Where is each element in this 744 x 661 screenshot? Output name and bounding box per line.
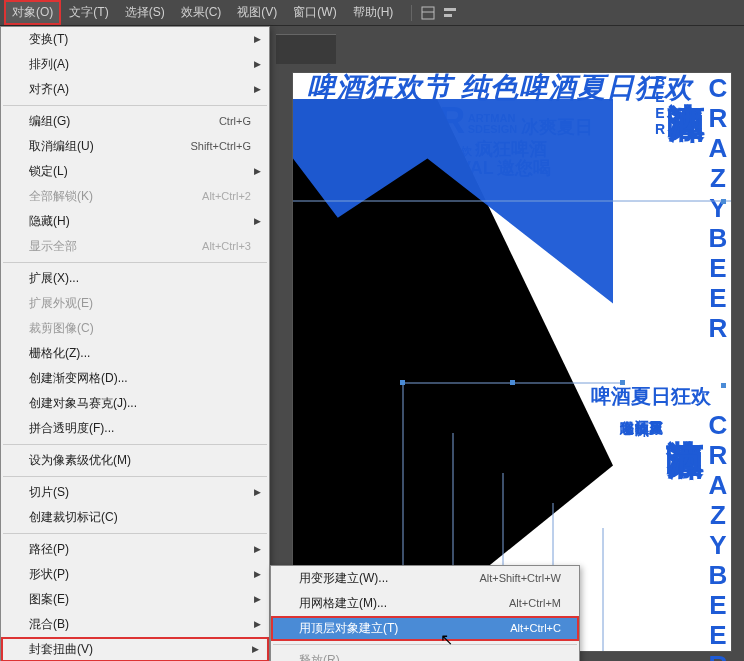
menu-item[interactable]: 路径(P) xyxy=(1,537,269,562)
svg-rect-2 xyxy=(444,8,456,11)
preferences-icon[interactable] xyxy=(442,5,458,21)
cursor-icon: ↖ xyxy=(440,630,453,649)
menu-item: 显示全部Alt+Ctrl+3 xyxy=(1,234,269,259)
menubar-type[interactable]: 文字(T) xyxy=(61,0,116,25)
submenu-item[interactable]: 用网格建立(M)...Alt+Ctrl+M xyxy=(271,591,579,616)
menu-item[interactable]: 编组(G)Ctrl+G xyxy=(1,109,269,134)
menubar: 对象(O) 文字(T) 选择(S) 效果(C) 视图(V) 窗口(W) 帮助(H… xyxy=(0,0,744,26)
doc-setup-icon[interactable] xyxy=(420,5,436,21)
menu-item[interactable]: 设为像素级优化(M) xyxy=(1,448,269,473)
menubar-effect[interactable]: 效果(C) xyxy=(173,0,230,25)
menubar-window[interactable]: 窗口(W) xyxy=(285,0,344,25)
menu-item[interactable]: 变换(T) xyxy=(1,27,269,52)
submenu-item[interactable]: 用顶层对象建立(T)Alt+Ctrl+C xyxy=(271,616,579,641)
menu-item[interactable]: 混合(B) xyxy=(1,612,269,637)
poster-text-vertical: CRAZYBEER 冰爽啤酒 BEER xyxy=(601,73,731,403)
submenu-item[interactable]: 用变形建立(W)...Alt+Shift+Ctrl+W xyxy=(271,566,579,591)
menu-item[interactable]: 创建对象马赛克(J)... xyxy=(1,391,269,416)
menu-item[interactable]: 锁定(L) xyxy=(1,159,269,184)
menubar-view[interactable]: 视图(V) xyxy=(229,0,285,25)
menu-item[interactable]: 创建裁切标记(C) xyxy=(1,505,269,530)
menu-item[interactable]: 形状(P) xyxy=(1,562,269,587)
menubar-object[interactable]: 对象(O) xyxy=(4,0,61,25)
menubar-select[interactable]: 选择(S) xyxy=(117,0,173,25)
document-tab[interactable] xyxy=(276,34,336,64)
menu-item: 扩展外观(E) xyxy=(1,291,269,316)
object-menu: 变换(T)排列(A)对齐(A)编组(G)Ctrl+G取消编组(U)Shift+C… xyxy=(0,26,270,661)
svg-rect-3 xyxy=(444,14,452,17)
menu-item: 裁剪图像(C) xyxy=(1,316,269,341)
envelope-distort-submenu: 用变形建立(W)...Alt+Shift+Ctrl+W用网格建立(M)...Al… xyxy=(270,565,580,661)
submenu-item: 释放(R) xyxy=(271,648,579,661)
svg-rect-0 xyxy=(422,7,434,19)
menu-item[interactable]: 栅格化(Z)... xyxy=(1,341,269,366)
menu-item[interactable]: 扩展(X)... xyxy=(1,266,269,291)
menu-item[interactable]: 取消编组(U)Shift+Ctrl+G xyxy=(1,134,269,159)
menubar-help[interactable]: 帮助(H) xyxy=(345,0,402,25)
menu-item[interactable]: 隐藏(H) xyxy=(1,209,269,234)
menu-item[interactable]: 排列(A) xyxy=(1,52,269,77)
menu-item: 全部解锁(K)Alt+Ctrl+2 xyxy=(1,184,269,209)
menu-item[interactable]: 创建渐变网格(D)... xyxy=(1,366,269,391)
menu-item[interactable]: 封套扭曲(V) xyxy=(1,637,269,661)
menu-item[interactable]: 对齐(A) xyxy=(1,77,269,102)
menu-item[interactable]: 拼合透明度(F)... xyxy=(1,416,269,441)
poster-text-lower: 啤酒夏日狂欢 CRAZYBEER 冰爽啤酒节 冰爽夏日 疯狂啤酒 邀您喝 xyxy=(591,383,731,661)
menubar-tool-group xyxy=(411,5,458,21)
menu-item[interactable]: 图案(E) xyxy=(1,587,269,612)
menu-item[interactable]: 切片(S) xyxy=(1,480,269,505)
